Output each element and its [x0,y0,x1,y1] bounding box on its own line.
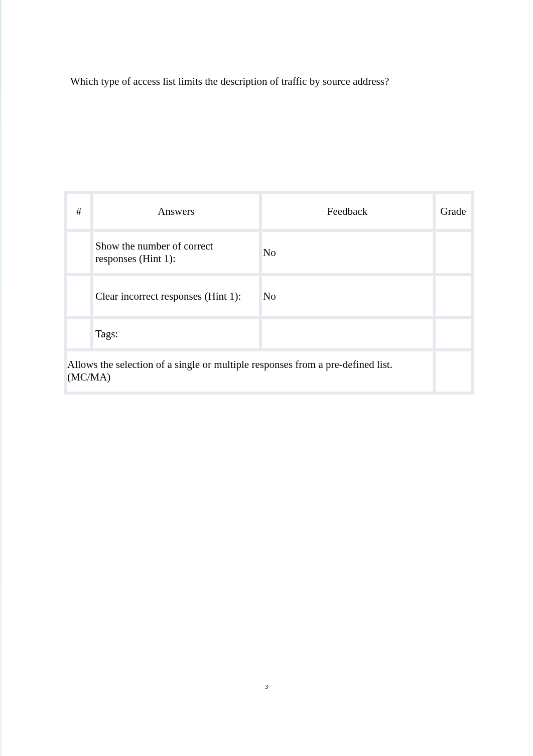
answers-table-container: # Answers Feedback Grade Show the number… [64,191,469,395]
header-feedback: Feedback [262,194,433,229]
table-row: Show the number of correct responses (Hi… [67,232,471,273]
page-number: 3 [0,683,533,691]
cell-grade [436,276,471,316]
cell-answers: Show the number of correct responses (Hi… [93,232,259,273]
cell-answers: Clear incorrect responses (Hint 1): [93,276,259,316]
question-text: Which type of access list limits the des… [70,75,389,88]
header-grade: Grade [436,194,471,229]
cell-number [67,232,90,273]
cell-number [67,276,90,316]
table-footer-row: Allows the selection of a single or mult… [67,351,471,392]
footer-description: Allows the selection of a single or mult… [67,351,433,392]
cell-answers: Tags: [93,319,259,348]
footer-grade-cell [436,351,471,392]
header-answers: Answers [93,194,259,229]
cell-feedback: No [262,232,433,273]
cell-feedback [262,319,433,348]
header-number: # [67,194,90,229]
page-edge-decoration [0,0,2,756]
table-row: Clear incorrect responses (Hint 1): No [67,276,471,316]
cell-number [67,319,90,348]
cell-grade [436,319,471,348]
cell-grade [436,232,471,273]
table-row: Tags: [67,319,471,348]
cell-feedback: No [262,276,433,316]
table-header-row: # Answers Feedback Grade [67,194,471,229]
answers-table: # Answers Feedback Grade Show the number… [64,191,474,395]
